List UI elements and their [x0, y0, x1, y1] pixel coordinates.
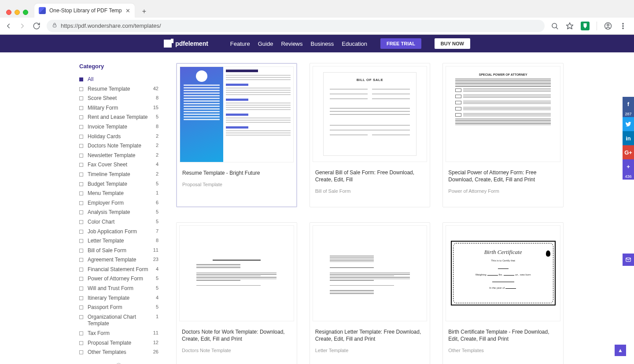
brand-name: pdfelement [175, 40, 208, 47]
category-item[interactable]: Menu Template 1 [79, 190, 158, 198]
category-label: Military Form [88, 105, 149, 112]
nav-business[interactable]: Business [311, 40, 334, 47]
checkbox-icon [79, 230, 83, 234]
category-item[interactable]: Newsletter Template 2 [79, 152, 158, 160]
category-count: 11 [153, 247, 158, 253]
category-item[interactable]: Financial Statement Form 4 [79, 266, 158, 274]
category-item[interactable]: Tax Form 11 [79, 330, 158, 338]
free-trial-button[interactable]: FREE TRIAL [380, 38, 421, 49]
category-count: 4 [156, 162, 158, 167]
template-thumbnail [313, 225, 428, 321]
template-card[interactable]: BILL OF SALE General Bill of Sale Form: … [310, 63, 431, 207]
maximize-window-icon[interactable] [23, 10, 28, 15]
checkbox-icon [79, 296, 83, 300]
share-twitter-icon[interactable] [623, 117, 634, 131]
buy-now-button[interactable]: BUY NOW [435, 38, 470, 49]
category-item[interactable]: Doctors Note Template 2 [79, 142, 158, 150]
template-card[interactable]: Birth CertificateThis is to Certify that… [442, 222, 564, 364]
share-facebook-icon[interactable]: f [623, 97, 634, 111]
forward-button[interactable] [18, 22, 26, 30]
new-tab-button[interactable]: + [138, 5, 151, 18]
share-more-count: 436 [623, 173, 634, 180]
category-item[interactable]: Power of Attorney Form 5 [79, 275, 158, 283]
category-item[interactable]: Fax Cover Sheet 4 [79, 161, 158, 169]
template-card[interactable]: Resignation Letter Template: Free Downlo… [310, 222, 431, 364]
category-item[interactable]: Proposal Template 12 [79, 339, 158, 347]
checkbox-icon [79, 268, 83, 272]
reload-button[interactable] [33, 22, 41, 30]
scroll-to-top-button[interactable]: ▲ [615, 345, 626, 356]
category-label: Newsletter Template [88, 152, 151, 159]
category-item[interactable]: Itinerary Template 4 [79, 294, 158, 302]
nav-guide[interactable]: Guide [258, 40, 273, 47]
category-item[interactable]: Holiday Cards 2 [79, 133, 158, 141]
category-item[interactable]: Employer Form 6 [79, 199, 158, 207]
brand-logo[interactable]: pdfelement [164, 40, 208, 48]
nav-reviews[interactable]: Reviews [281, 40, 302, 47]
checkbox-icon [79, 249, 83, 253]
category-item[interactable]: Score Sheet 8 [79, 95, 158, 103]
nav-education[interactable]: Education [342, 40, 367, 47]
category-sidebar: Category All Resume Template 42 Score Sh… [70, 63, 158, 364]
category-item[interactable]: Organizational Chart Template 1 [79, 313, 158, 328]
category-label: Rent and Lease Template [88, 114, 151, 121]
share-linkedin-icon[interactable]: in [623, 131, 634, 145]
template-thumbnail: Birth CertificateThis is to Certify that… [446, 225, 560, 321]
contact-mail-icon[interactable] [623, 254, 634, 266]
bookmark-icon[interactable] [566, 22, 574, 30]
category-item[interactable]: Color Chart 5 [79, 218, 158, 226]
category-item[interactable]: Military Form 15 [79, 104, 158, 112]
extension-icon[interactable] [581, 22, 590, 30]
category-item[interactable]: Other Templates 26 [79, 349, 158, 357]
category-item[interactable]: Letter Template 8 [79, 237, 158, 245]
share-googleplus-icon[interactable]: G+ [623, 145, 634, 159]
share-more-icon[interactable]: + [623, 159, 634, 173]
template-title: Doctors Note for Work Template: Download… [182, 328, 291, 342]
category-heading: Category [79, 63, 158, 70]
checkbox-icon [79, 154, 83, 158]
checkbox-icon [79, 96, 83, 100]
minimize-window-icon[interactable] [15, 10, 20, 15]
category-item[interactable]: Timeline Template 2 [79, 171, 158, 179]
collapse-arrow-icon[interactable]: ︿ [79, 359, 158, 364]
category-label: Resume Template [88, 86, 149, 93]
category-item[interactable]: Bill of Sale Form 11 [79, 247, 158, 255]
profile-icon[interactable] [604, 22, 612, 30]
back-button[interactable] [4, 22, 12, 30]
category-count: 2 [156, 152, 158, 158]
category-item[interactable]: Rent and Lease Template 5 [79, 114, 158, 121]
template-thumbnail: SPECIAL POWER OF ATTORNEY [446, 66, 560, 162]
category-item[interactable]: Budget Template 5 [79, 180, 158, 188]
category-count: 2 [156, 133, 158, 139]
template-card[interactable]: SPECIAL POWER OF ATTORNEY Special Power … [442, 63, 564, 207]
tab-close-icon[interactable]: ✕ [125, 7, 130, 14]
nav-feature[interactable]: Feature [230, 40, 250, 47]
category-item[interactable]: Will and Trust Form 5 [79, 285, 158, 293]
close-window-icon[interactable] [6, 10, 11, 15]
menu-icon[interactable] [619, 22, 627, 30]
category-count: 5 [156, 304, 158, 309]
template-card[interactable]: Resume Template - Bright Future Proposal… [176, 63, 297, 207]
category-item[interactable]: Passport Form 5 [79, 304, 158, 312]
category-label: Agreement Template [88, 257, 149, 264]
checkbox-icon [79, 315, 83, 319]
category-item[interactable]: Agreement Template 23 [79, 256, 158, 264]
checkbox-icon [79, 173, 83, 176]
category-count: 5 [156, 209, 158, 214]
category-item[interactable]: Resume Template 42 [79, 85, 158, 93]
category-item[interactable]: All [79, 76, 158, 84]
category-count: 5 [156, 114, 158, 119]
category-item[interactable]: Invoice Template 8 [79, 123, 158, 131]
checkbox-icon [79, 87, 83, 91]
category-label: Timeline Template [88, 171, 151, 178]
category-item[interactable]: Analysis Template 5 [79, 209, 158, 217]
zoom-icon[interactable] [551, 22, 559, 30]
browser-tab[interactable]: One-Stop Library of PDF Temp ✕ [34, 4, 135, 18]
address-bar[interactable]: https://pdf.wondershare.com/templates/ [47, 20, 545, 32]
category-item[interactable]: Job Application Form 7 [79, 228, 158, 236]
template-card[interactable]: Doctors Note for Work Template: Download… [176, 222, 297, 364]
checkbox-icon [79, 106, 83, 110]
template-title: Birth Certificate Template - Free Downlo… [448, 328, 558, 342]
checkbox-icon [79, 115, 83, 119]
toolbar-divider [597, 22, 597, 30]
